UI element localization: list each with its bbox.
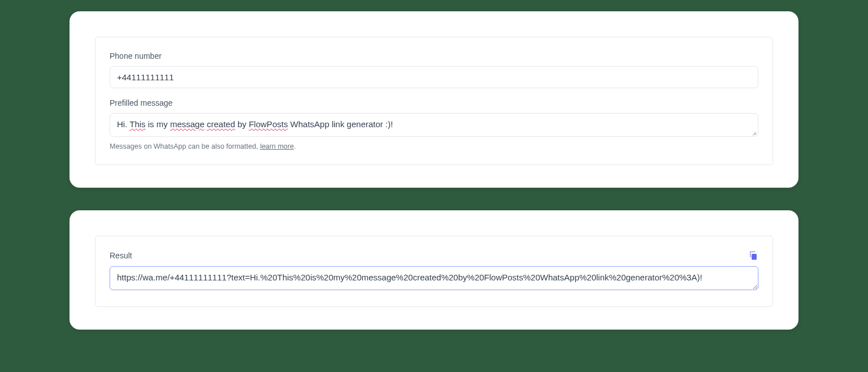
phone-label: Phone number	[110, 51, 758, 60]
help-suffix: .	[294, 142, 296, 150]
result-header: Result	[110, 250, 758, 261]
message-label: Prefilled message	[110, 98, 758, 107]
message-text: by	[235, 119, 249, 129]
message-text-spell: FlowPosts	[249, 119, 288, 129]
result-card: Result https://wa.me/+44111111111?text=H…	[70, 210, 798, 330]
help-prefix: Messages on WhatsApp can be also formatt…	[110, 142, 260, 150]
message-text-spell: message	[170, 119, 205, 129]
learn-more-link[interactable]: learn more	[260, 142, 294, 150]
input-fieldset: Phone number Prefilled message Hi. This …	[95, 37, 773, 165]
message-help-text: Messages on WhatsApp can be also formatt…	[110, 142, 758, 150]
result-textarea[interactable]: https://wa.me/+44111111111?text=Hi.%20Th…	[110, 266, 758, 290]
message-field-group: Prefilled message Hi. This is my message…	[110, 98, 758, 150]
message-text-spell: This	[129, 119, 145, 129]
phone-field-group: Phone number	[110, 51, 758, 88]
message-text: Hi.	[117, 119, 129, 129]
result-fieldset: Result https://wa.me/+44111111111?text=H…	[95, 236, 773, 307]
svg-rect-0	[752, 254, 757, 260]
result-label: Result	[110, 251, 132, 260]
message-text: WhatsApp link generator :)!	[288, 119, 393, 129]
phone-input[interactable]	[110, 66, 758, 88]
message-text-spell: created	[207, 119, 235, 129]
copy-icon[interactable]	[748, 250, 758, 261]
resize-handle-icon[interactable]	[750, 129, 757, 136]
message-text: is my	[146, 119, 170, 129]
message-textarea[interactable]: Hi. This is my message created by FlowPo…	[110, 113, 758, 137]
input-card: Phone number Prefilled message Hi. This …	[70, 11, 798, 188]
